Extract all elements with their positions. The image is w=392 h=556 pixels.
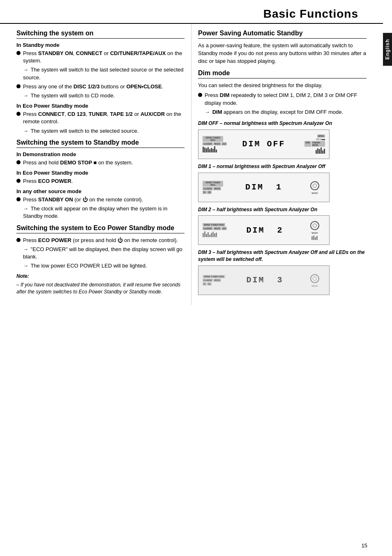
section-switch-on-title: Switching the system on <box>16 30 184 39</box>
bullet-dot <box>16 51 21 55</box>
page-number: 15 <box>362 542 367 549</box>
section-dim-title: Dim mode <box>198 69 367 78</box>
arrow-eco-power-1: → "ECO POWER" will be displayed, then th… <box>23 246 184 261</box>
note-text: – If you have not deactivated the demons… <box>16 281 184 295</box>
bullet-dot <box>16 197 21 201</box>
left-column: Switching the system on In Standby mode … <box>0 24 191 305</box>
dim3-display: SRND TUNER RDS CLASSIC ROCK 01 CD DIM 3 <box>198 265 330 295</box>
bullet-text: Press STANDBY ON, CONNECT or CD/TUNER/TA… <box>23 50 184 65</box>
bullet-text: Press STANDBY ON (or ⏻ on the remote con… <box>23 196 184 203</box>
bullet-text: Press any one of the DISC 1/2/3 buttons … <box>23 83 184 90</box>
subheading-demo-mode: In Demonstration mode <box>16 151 184 157</box>
bullet-text: Press ECO POWER. <box>23 178 184 185</box>
dim1-block: DIM 1 – normal brightness with Spectrum … <box>198 163 367 202</box>
bullet-text: Press CONNECT, CD 123, TUNER, TAPE 1/2 o… <box>23 111 184 125</box>
bullet-text: Press ECO POWER (or press and hold ⏻ on … <box>23 237 184 244</box>
dim1-display: SRND TUNER RDS CLASSIC ROCK 01 CD DIM 1 <box>198 173 330 202</box>
bullet-dim-1: Press DIM repeatedly to select DIM 1, DI… <box>198 92 367 106</box>
note-block: Note: – If you have not deactivated the … <box>16 273 184 295</box>
bullet-dot <box>16 84 21 88</box>
dim3-caption: DIM 3 – half brightness with Spectrum An… <box>198 249 367 263</box>
page-header: Basic Functions <box>0 0 383 24</box>
subheading-eco-standby2: In Eco Power Standby mode <box>16 170 184 176</box>
section-switch-standby-title: Switching the system to Standby mode <box>16 139 184 148</box>
dim1-text: DIM 1 <box>245 182 282 192</box>
dim-off-caption: DIM OFF – normal brightness with Spectru… <box>198 120 367 127</box>
arrow-standby-2: → The system will switch to CD mode. <box>23 92 184 99</box>
bullet-dot <box>16 179 21 183</box>
bullet-other-1: Press STANDBY ON (or ⏻ on the remote con… <box>16 196 184 203</box>
language-tab: English <box>383 33 392 66</box>
section-power-saving-title: Power Saving Automatic Standby <box>198 30 367 39</box>
section-switch-on: Switching the system on In Standby mode … <box>16 30 184 135</box>
arrow-standby-1: → The system will switch to the last sel… <box>23 66 184 81</box>
arrow-dim-1: → DIM appears on the display, except for… <box>205 108 367 116</box>
section-switch-eco: Switching the system to Eco Power Standb… <box>16 224 184 295</box>
dim1-caption: DIM 1 – normal brightness with Spectrum … <box>198 163 367 170</box>
bullet-dot <box>16 238 21 242</box>
section-switch-standby: Switching the system to Standby mode In … <box>16 139 184 220</box>
bullet-eco-1: Press CONNECT, CD 123, TUNER, TAPE 1/2 o… <box>16 111 184 125</box>
dim2-display: SRND TUNER RDS CLASSIC ROCK JAZ <box>198 215 330 245</box>
dim-off-display: SRND TUNER RDS CLASSIC ROCK JAZ <box>198 129 330 159</box>
power-saving-body: As a power-saving feature, the system wi… <box>198 42 367 65</box>
bullet-dot <box>16 112 21 116</box>
dim-body: You can select the desired brightness fo… <box>198 82 367 90</box>
dim-off-text: DIM OFF <box>242 139 285 149</box>
woofer-circle <box>310 274 319 283</box>
subheading-eco-standby: In Eco Power Standby mode <box>16 103 184 109</box>
section-switch-eco-title: Switching the system to Eco Power Standb… <box>16 224 184 233</box>
bullet-text: Press and hold DEMO STOP ■ on the system… <box>23 159 184 166</box>
dim2-text: DIM 2 <box>246 226 283 235</box>
dim2-block: DIM 2 – half brightness with Spectrum An… <box>198 206 367 245</box>
page-title: Basic Functions <box>25 7 358 21</box>
bullet-eco-standby-1: Press ECO POWER. <box>16 178 184 185</box>
arrow-eco-power-2: → The low power ECO POWER LED will be li… <box>23 262 184 270</box>
bullet-standby-2: Press any one of the DISC 1/2/3 buttons … <box>16 83 184 90</box>
bullet-demo-1: Press and hold DEMO STOP ■ on the system… <box>16 159 184 166</box>
right-column: Power Saving Automatic Standby As a powe… <box>191 24 383 305</box>
note-label: Note: <box>16 273 29 279</box>
main-content: Switching the system on In Standby mode … <box>0 24 383 305</box>
woofer-circle <box>310 181 319 190</box>
arrow-other-1: → The clock will appear on the display w… <box>23 205 184 220</box>
dim3-block: DIM 3 – half brightness with Spectrum An… <box>198 249 367 295</box>
bullet-text: Press DIM repeatedly to select DIM 1, DI… <box>205 92 367 106</box>
section-dim-mode: Dim mode You can select the desired brig… <box>198 69 367 295</box>
dim2-caption: DIM 2 – half brightness with Spectrum An… <box>198 206 367 213</box>
woofer-circle <box>310 221 319 230</box>
subheading-other-mode: In any other source mode <box>16 188 184 194</box>
section-power-saving: Power Saving Automatic Standby As a powe… <box>198 30 367 65</box>
arrow-eco-1: → The system will switch to the selected… <box>23 127 184 135</box>
bullet-dot <box>198 93 202 97</box>
subheading-standby-mode: In Standby mode <box>16 42 184 48</box>
dim3-text: DIM 3 <box>246 275 283 285</box>
bullet-standby-1: Press STANDBY ON, CONNECT or CD/TUNER/TA… <box>16 50 184 65</box>
bullet-dot <box>16 160 21 164</box>
dim-off-block: DIM OFF – normal brightness with Spectru… <box>198 120 367 159</box>
bullet-eco-power-1: Press ECO POWER (or press and hold ⏻ on … <box>16 237 184 244</box>
